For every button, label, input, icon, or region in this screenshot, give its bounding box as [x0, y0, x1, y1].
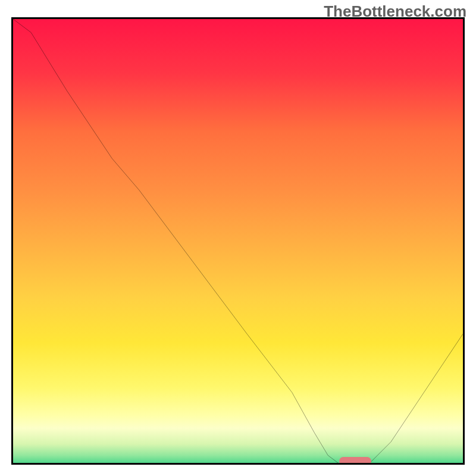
chart-root: TheBottleneck.com: [0, 0, 476, 476]
plot-frame: [11, 17, 465, 465]
optimal-marker: [339, 457, 371, 465]
bottleneck-curve: [13, 19, 463, 465]
